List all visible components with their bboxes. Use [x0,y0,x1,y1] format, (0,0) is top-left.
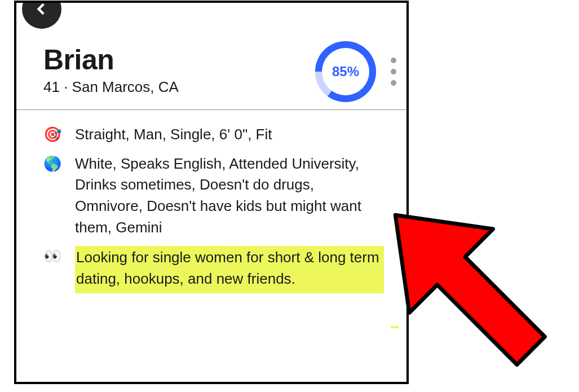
kebab-dot-icon [391,80,396,86]
details-row-looking-for: 👀 Looking for single women for short & l… [43,246,384,293]
profile-details: 🎯 Straight, Man, Single, 6' 0", Fit 🌎 Wh… [16,111,406,315]
match-percentage-ring[interactable]: 85% [315,41,376,102]
annotation-arrow [350,169,579,392]
details-row-basics: 🎯 Straight, Man, Single, 6' 0", Fit [43,124,384,146]
background-text: White, Speaks English, Attended Universi… [75,153,384,239]
kebab-dot-icon [391,69,396,74]
profile-header: Brian 41 · San Marcos, CA 85% [16,3,406,109]
kebab-dot-icon [391,58,396,63]
globe-icon: 🌎 [43,153,61,175]
looking-for-text: Looking for single women for short & lon… [75,246,384,293]
match-percentage-value: 85% [322,48,369,95]
details-row-background: 🌎 White, Speaks English, Attended Univer… [43,153,384,239]
chevron-left-icon [34,2,49,16]
eyes-icon: 👀 [43,246,61,267]
target-icon: 🎯 [43,124,61,146]
more-options-button[interactable] [388,55,399,88]
arrow-icon [353,173,573,392]
back-button[interactable] [22,1,61,29]
basics-text: Straight, Man, Single, 6' 0", Fit [75,124,384,146]
